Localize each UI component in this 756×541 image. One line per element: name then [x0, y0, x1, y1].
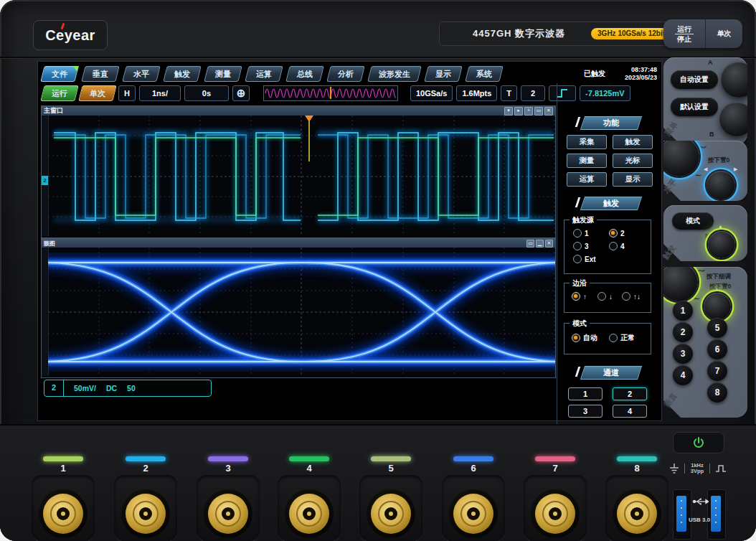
- trigger-source-3[interactable]: 3: [573, 242, 589, 250]
- knob-a-label: A: [708, 59, 713, 66]
- autoset-button[interactable]: 自动设置: [671, 70, 718, 89]
- channel-button-1[interactable]: 1: [568, 387, 603, 400]
- run-stop-button[interactable]: 运行 停止: [663, 19, 706, 48]
- minimize-icon[interactable]: ▭: [534, 107, 543, 116]
- menu-item-bus[interactable]: 总线: [285, 66, 323, 82]
- trigger-source-2[interactable]: 2: [609, 229, 625, 237]
- brand-logo: Ceyear: [33, 20, 108, 50]
- panel-key-3[interactable]: 3: [673, 344, 693, 364]
- menu-item-file[interactable]: 文件: [40, 66, 78, 82]
- sidebar-button-display[interactable]: 显示: [613, 172, 653, 187]
- channel2-marker[interactable]: 2: [42, 176, 48, 185]
- panel-key-5[interactable]: 5: [707, 318, 727, 338]
- run-stop-divider: [675, 34, 694, 34]
- menu-item-math[interactable]: 运算: [245, 66, 283, 82]
- channel-button-2[interactable]: 2: [613, 387, 647, 400]
- channel-button-3[interactable]: 3: [568, 405, 603, 418]
- pin-icon[interactable]: ▾: [504, 107, 513, 116]
- trigger-source-ext[interactable]: Ext: [573, 255, 596, 263]
- menu-item-vertical[interactable]: 垂直: [81, 66, 119, 82]
- channel8-number: 8: [623, 463, 651, 474]
- close-icon[interactable]: ✕: [545, 240, 553, 248]
- sidebar-button-trigger[interactable]: 触发: [613, 135, 653, 149]
- sidebar-button-math[interactable]: 运算: [567, 172, 607, 187]
- menu-item-wavegen[interactable]: 波形发生: [367, 66, 421, 82]
- up-arrow-icon: ▲: [714, 287, 719, 292]
- horizontal-position[interactable]: 0s: [184, 85, 229, 101]
- channel-header: 通道: [580, 366, 642, 380]
- trigger-mode-button[interactable]: 模式: [672, 212, 714, 230]
- add-icon[interactable]: +: [524, 107, 533, 116]
- minimize-icon[interactable]: ▁: [536, 240, 544, 248]
- edge-either[interactable]: ↑↓: [622, 292, 641, 301]
- menu-item-system[interactable]: 系统: [465, 66, 503, 82]
- knob-b[interactable]: [719, 102, 754, 136]
- trigger-source-group: 触发源 1 2 3 4 Ext: [564, 220, 651, 274]
- edge-falling[interactable]: ↓: [597, 292, 613, 301]
- panel-key-8[interactable]: 8: [707, 382, 727, 403]
- panel-key-2[interactable]: 2: [673, 322, 693, 342]
- power-button[interactable]: [673, 432, 724, 453]
- sidebar-button-cursor[interactable]: 光标: [613, 154, 653, 168]
- channel5-color-strip: [371, 456, 411, 461]
- knob-a[interactable]: [721, 62, 756, 98]
- channel2-status-badge[interactable]: 2 50mV/ DC 50: [44, 380, 212, 397]
- restore-icon[interactable]: ▭: [526, 240, 534, 248]
- menu-item-measure[interactable]: 测量: [204, 66, 242, 82]
- single-soft-button[interactable]: 单次: [78, 85, 116, 101]
- sidebar-button-measure[interactable]: 测量: [567, 154, 607, 168]
- header-tick: [575, 367, 581, 377]
- mode-auto[interactable]: 自动: [572, 333, 597, 343]
- trigger-source-box[interactable]: 2: [521, 85, 545, 101]
- trigger-indicator: T: [501, 85, 517, 101]
- panel-key-7[interactable]: 7: [707, 361, 727, 381]
- menu-item-analysis[interactable]: 分析: [326, 66, 364, 82]
- trigger-status: 已触发: [584, 69, 605, 79]
- vertical-position-knob[interactable]: [704, 293, 731, 320]
- clock-time: 08:37:48: [625, 66, 657, 74]
- mode-normal[interactable]: 正常: [609, 333, 635, 343]
- panel-key-6[interactable]: 6: [707, 339, 727, 359]
- menu-bar: 文件 垂直 水平 触发 测量 运算 总线 分析 波形发生 显示 系统 已触发 0…: [42, 65, 658, 83]
- function-header: 功能: [580, 116, 642, 130]
- probe-terminal: [709, 464, 710, 474]
- panel-key-4[interactable]: 4: [673, 365, 693, 385]
- zoom-icon[interactable]: ⊕: [232, 85, 250, 101]
- sidebar-button-acquire[interactable]: 采集: [567, 135, 607, 149]
- single-hard-button[interactable]: 单次: [706, 19, 742, 48]
- header-tick: [575, 197, 581, 207]
- close-icon[interactable]: ✕: [544, 107, 553, 116]
- default-setup-button[interactable]: 默认设置: [671, 98, 718, 116]
- device-bezel: Ceyear 4457GH 数字示波器 3GHz 10GSa/s 12bit 运…: [0, 0, 756, 541]
- menu-item-horizontal[interactable]: 水平: [122, 66, 160, 82]
- eye-window-titlebar[interactable]: 眼图 ▭ ▁ ✕: [42, 239, 555, 248]
- vscale-small-icon: ∼: [694, 294, 700, 304]
- panel-key-1[interactable]: 1: [673, 301, 693, 321]
- spec-badge: 3GHz 10GSa/s 12bit: [591, 28, 671, 39]
- menu-item-trigger[interactable]: 触发: [163, 66, 201, 82]
- run-soft-button[interactable]: 运行: [40, 85, 78, 101]
- waveform-preview[interactable]: [263, 85, 398, 101]
- eye-plot[interactable]: [42, 248, 555, 376]
- usb-group: USB 3.0: [673, 486, 726, 540]
- channel8-color-strip: [617, 456, 657, 461]
- vertical-scale-knob[interactable]: [659, 263, 698, 301]
- menu-item-display[interactable]: 显示: [424, 66, 462, 82]
- eye-window-title: 眼图: [44, 240, 55, 248]
- usb-port-2[interactable]: [707, 489, 726, 540]
- trigger-source-4[interactable]: 4: [609, 242, 625, 250]
- usb-port-1[interactable]: [673, 489, 691, 540]
- horizontal-scale-knob[interactable]: [659, 136, 699, 177]
- expand-icon[interactable]: ▸: [514, 107, 523, 116]
- main-plot[interactable]: 2: [42, 116, 555, 236]
- main-window: 主窗口 ▾ ▸ + ▭ ✕ 2: [41, 105, 556, 238]
- timebase-value[interactable]: 1ns/: [139, 85, 181, 101]
- memory-depth: 1.6Mpts: [456, 85, 497, 101]
- channel-button-4[interactable]: 4: [613, 405, 647, 418]
- horizontal-position-knob[interactable]: [707, 171, 735, 199]
- trigger-source-1[interactable]: 1: [573, 229, 589, 237]
- horizontal-indicator[interactable]: H: [118, 85, 136, 101]
- main-window-titlebar[interactable]: 主窗口 ▾ ▸ + ▭ ✕: [42, 106, 555, 116]
- trigger-level-knob[interactable]: [708, 231, 735, 258]
- edge-rising[interactable]: ↑: [572, 292, 587, 301]
